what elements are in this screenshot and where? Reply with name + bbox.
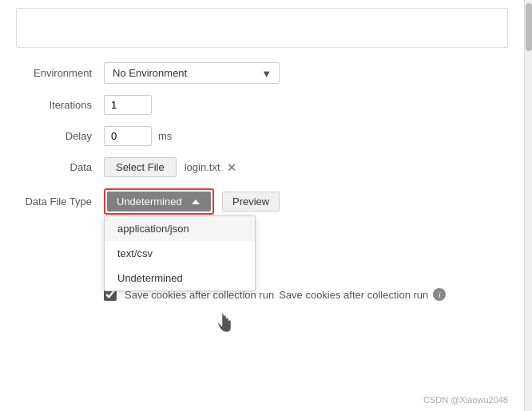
data-row: Data Select File login.txt ✕ <box>16 157 508 177</box>
watermark: CSDN @Xiaowu2048 <box>423 395 508 405</box>
delay-input[interactable] <box>104 126 152 146</box>
dropdown-item-json[interactable]: application/json <box>105 216 255 241</box>
dropdown-arrow-icon <box>192 200 200 204</box>
environment-label: Environment <box>16 67 104 79</box>
iterations-label: Iterations <box>16 99 104 111</box>
dropdown-value: Undetermined <box>117 196 182 207</box>
delay-row: Delay ms <box>16 126 508 146</box>
checkbox-row-3: ored cookies <box>16 267 508 280</box>
dropdown-item-undetermined[interactable]: Undetermined <box>105 266 255 290</box>
iterations-input[interactable] <box>104 95 152 115</box>
checkbox-row-save-cookies: Save cookies after collection run Save c… <box>16 288 508 301</box>
data-file-type-row: Data File Type Undetermined Preview appl… <box>16 188 508 215</box>
ms-label: ms <box>158 130 172 142</box>
content-area: Environment No Environment ▼ Iterations … <box>0 0 524 411</box>
select-file-button[interactable]: Select File <box>104 157 177 177</box>
dropdown-item-csv[interactable]: text/csv <box>105 241 255 266</box>
scrollbar-thumb[interactable] <box>526 3 532 51</box>
info-icon[interactable]: i <box>433 288 446 301</box>
environment-select[interactable]: No Environment <box>104 62 280 84</box>
data-file-type-highlight: Undetermined <box>104 188 214 215</box>
checkbox-row-2 <box>16 247 508 259</box>
data-file-type-label: Data File Type <box>16 196 104 207</box>
file-name: login.txt <box>185 161 220 173</box>
environment-row: Environment No Environment ▼ <box>16 62 508 84</box>
cursor-hand-icon <box>216 314 232 333</box>
file-close-icon[interactable]: ✕ <box>227 161 236 174</box>
checkbox-row-1 <box>16 226 508 239</box>
delay-label: Delay <box>16 130 104 142</box>
scrollbar[interactable] <box>524 0 532 411</box>
main-container: Environment No Environment ▼ Iterations … <box>0 0 532 411</box>
preview-button[interactable]: Preview <box>222 192 280 211</box>
iterations-row: Iterations <box>16 95 508 115</box>
file-info: login.txt ✕ <box>185 161 236 174</box>
data-file-type-dropdown[interactable]: Undetermined <box>107 192 211 211</box>
data-label: Data <box>16 161 104 173</box>
top-preview-box <box>16 8 508 48</box>
dropdown-menu: application/json text/csv Undetermined <box>104 215 256 291</box>
